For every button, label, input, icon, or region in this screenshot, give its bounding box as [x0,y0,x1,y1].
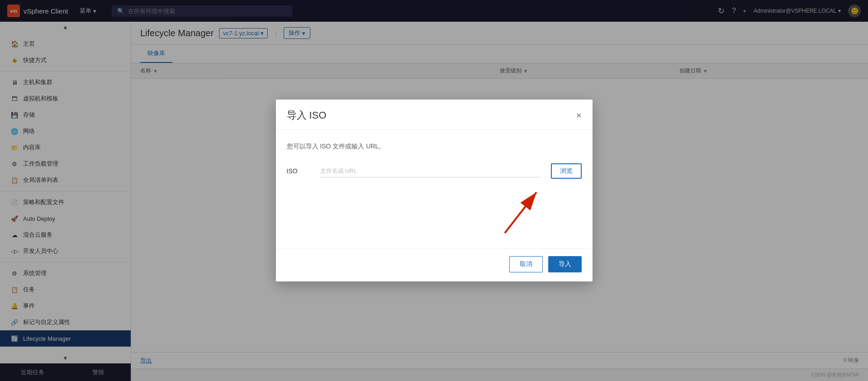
import-iso-modal: 导入 ISO × 您可以导入 ISO 文件或输入 URL。 ISO 浏览 [276,100,593,281]
modal-header: 导入 ISO × [276,100,593,130]
cancel-button[interactable]: 取消 [509,256,543,272]
modal-title: 导入 ISO [287,109,327,122]
modal-close-button[interactable]: × [576,111,582,120]
modal-overlay: 导入 ISO × 您可以导入 ISO 文件或输入 URL。 ISO 浏览 [0,0,868,381]
modal-iso-field: ISO 浏览 [287,163,582,179]
iso-input[interactable] [320,165,540,177]
import-button[interactable]: 导入 [548,256,582,272]
browse-button[interactable]: 浏览 [551,163,582,179]
svg-line-1 [505,192,536,233]
modal-body: 您可以导入 ISO 文件或输入 URL。 ISO 浏览 [276,130,593,248]
modal-iso-label: ISO [287,167,309,175]
modal-footer: 取消 导入 [276,248,593,281]
arrow-svg [437,183,573,238]
modal-description: 您可以导入 ISO 文件或输入 URL。 [287,143,582,151]
arrow-annotation-area [287,183,582,238]
